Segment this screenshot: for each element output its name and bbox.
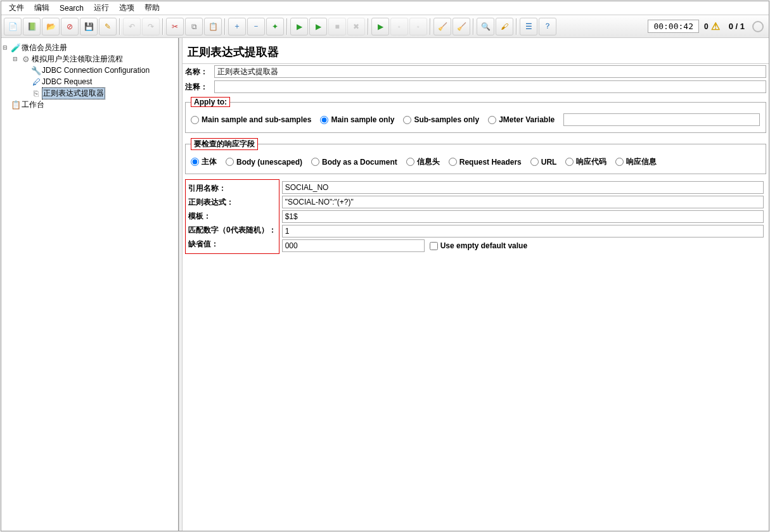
book-icon: 📗: [27, 22, 37, 31]
remote-start-button[interactable]: ▶: [371, 18, 389, 35]
stop-icon: ■: [335, 22, 339, 31]
test-plan-tree[interactable]: ⊟ 🧪 微信会员注册 ⊟ ⚙ 模拟用户关注领取注册流程 🔧 JDBC Conne…: [1, 38, 179, 531]
expand-button[interactable]: ＋: [228, 18, 246, 35]
warning-count[interactable]: 0 ⚠: [704, 20, 720, 32]
comment-input[interactable]: [214, 80, 766, 93]
regex-form: 引用名称： 正则表达式： 模板： 匹配数字（0代表随机）： 缺省值： Use e…: [185, 179, 766, 254]
field-body-unescaped[interactable]: Body (unescaped): [226, 158, 302, 167]
tree-workbench[interactable]: 📋 工作台: [3, 99, 177, 110]
default-input[interactable]: [282, 239, 425, 252]
app-window: 文件 编辑 Search 运行 选项 帮助 📄 📗 📂 ⊘ 💾 ✎ ↶ ↷ ✂ …: [1, 1, 769, 531]
name-input[interactable]: [214, 65, 766, 78]
remote-stop-button[interactable]: ◦: [390, 18, 408, 35]
file-icon: 📄: [8, 22, 18, 31]
toggle-button[interactable]: ✦: [266, 18, 284, 35]
match-input[interactable]: [282, 225, 764, 238]
help-button[interactable]: ？: [539, 18, 556, 35]
open-button[interactable]: 📂: [42, 18, 60, 35]
pipette-icon: 🖊: [30, 77, 42, 87]
field-headers-cn[interactable]: 信息头: [406, 156, 440, 167]
apply-jvar[interactable]: JMeter Variable: [488, 115, 555, 124]
toggle-icon[interactable]: ⊟: [13, 56, 20, 62]
stop-button[interactable]: ■: [328, 18, 346, 35]
thread-count: 0 / 1: [729, 22, 745, 31]
tree-label: JDBC Connection Configuration: [42, 66, 150, 75]
menu-file[interactable]: 文件: [4, 3, 29, 13]
collapse-button[interactable]: －: [247, 18, 265, 35]
apply-to-options: Main sample and sub-samples Main sample …: [191, 111, 760, 129]
templates-button[interactable]: 📗: [23, 18, 41, 35]
field-response-code[interactable]: 响应代码: [565, 156, 606, 167]
jmeter-variable-input[interactable]: [563, 113, 760, 126]
menubar: 文件 编辑 Search 运行 选项 帮助: [1, 1, 769, 15]
tree-thread-group[interactable]: ⊟ ⚙ 模拟用户关注领取注册流程: [3, 53, 177, 65]
clear-all-button[interactable]: 🧹: [452, 18, 470, 35]
tree-jdbc-request[interactable]: 🖊 JDBC Request: [3, 76, 177, 87]
separator: [119, 18, 120, 35]
menu-run[interactable]: 运行: [89, 3, 114, 13]
shutdown-button[interactable]: ✖: [347, 18, 365, 35]
list-icon: ☰: [525, 22, 532, 31]
wrench-icon: 🔧: [30, 66, 42, 75]
menu-edit[interactable]: 编辑: [29, 3, 55, 13]
field-body-document[interactable]: Body as a Document: [311, 158, 397, 167]
save-button[interactable]: 💾: [80, 18, 98, 35]
tree-label: 工作台: [22, 99, 44, 110]
clear-button[interactable]: 🧹: [433, 18, 451, 35]
tree-jdbc-config[interactable]: 🔧 JDBC Connection Configuration: [3, 65, 177, 76]
separator: [516, 18, 517, 35]
menu-search[interactable]: Search: [55, 4, 89, 13]
question-icon: ？: [544, 21, 551, 32]
tree-root[interactable]: ⊟ 🧪 微信会员注册: [3, 42, 177, 53]
regex-input[interactable]: [282, 196, 764, 208]
play-icon: ▶: [297, 22, 302, 31]
field-url[interactable]: URL: [530, 158, 557, 167]
regex-label: 正则表达式：: [188, 195, 276, 209]
undo-button[interactable]: ↶: [123, 18, 141, 35]
remote-play-icon: ▶: [378, 22, 383, 31]
remote-shutdown-button[interactable]: ◦: [409, 18, 427, 35]
tree-label: 微信会员注册: [22, 42, 67, 53]
broom-icon: 🧹: [438, 22, 447, 31]
editor-panel: 正则表达式提取器 名称： 注释： Apply to: Main sample a…: [183, 38, 769, 531]
remote-stop-icon: ◦: [398, 22, 401, 31]
cut-button[interactable]: ✂: [166, 18, 184, 35]
form-inputs: Use empty default value: [279, 179, 766, 254]
field-body[interactable]: 主体: [191, 156, 217, 167]
comment-label: 注释：: [185, 82, 210, 92]
menu-options[interactable]: 选项: [114, 3, 139, 13]
redo-button[interactable]: ↷: [142, 18, 160, 35]
gear-icon: ⚙: [20, 54, 32, 64]
binoculars-icon: 🔍: [481, 22, 491, 31]
folder-icon: 📂: [46, 22, 56, 31]
apply-main[interactable]: Main sample only: [320, 115, 394, 124]
toggle-icon[interactable]: ⊟: [3, 44, 10, 51]
field-request-headers[interactable]: Request Headers: [449, 158, 522, 167]
plus-icon: ＋: [233, 21, 241, 32]
empty-default-checkbox[interactable]: Use empty default value: [430, 241, 527, 250]
function-helper-button[interactable]: ☰: [520, 18, 537, 35]
start-no-pause-button[interactable]: ▶: [309, 18, 327, 35]
menu-help[interactable]: 帮助: [139, 3, 165, 13]
paste-button[interactable]: 📋: [204, 18, 222, 35]
field-response-message[interactable]: 响应信息: [615, 156, 657, 167]
apply-main-sub[interactable]: Main sample and sub-samples: [191, 115, 311, 124]
tree-regex-extractor[interactable]: ⎘ 正则表达式提取器: [3, 87, 177, 99]
new-button[interactable]: 📄: [4, 18, 22, 35]
separator: [162, 18, 164, 35]
apply-sub[interactable]: Sub-samples only: [403, 115, 479, 124]
close-button[interactable]: ⊘: [61, 18, 79, 35]
reset-search-button[interactable]: 🖌: [496, 18, 513, 35]
refname-input[interactable]: [282, 181, 764, 194]
copy-button[interactable]: ⧉: [185, 18, 203, 35]
warning-icon: ⚠: [711, 20, 720, 32]
name-label: 名称：: [185, 66, 210, 77]
panel-title: 正则表达式提取器: [183, 38, 769, 64]
template-input[interactable]: [282, 210, 764, 223]
tree-label: 模拟用户关注领取注册流程: [32, 54, 123, 65]
save-as-button[interactable]: ✎: [99, 18, 117, 35]
start-button[interactable]: ▶: [290, 18, 308, 35]
separator: [430, 18, 431, 35]
shutdown-icon: ✖: [353, 22, 359, 31]
search-button[interactable]: 🔍: [477, 18, 494, 35]
